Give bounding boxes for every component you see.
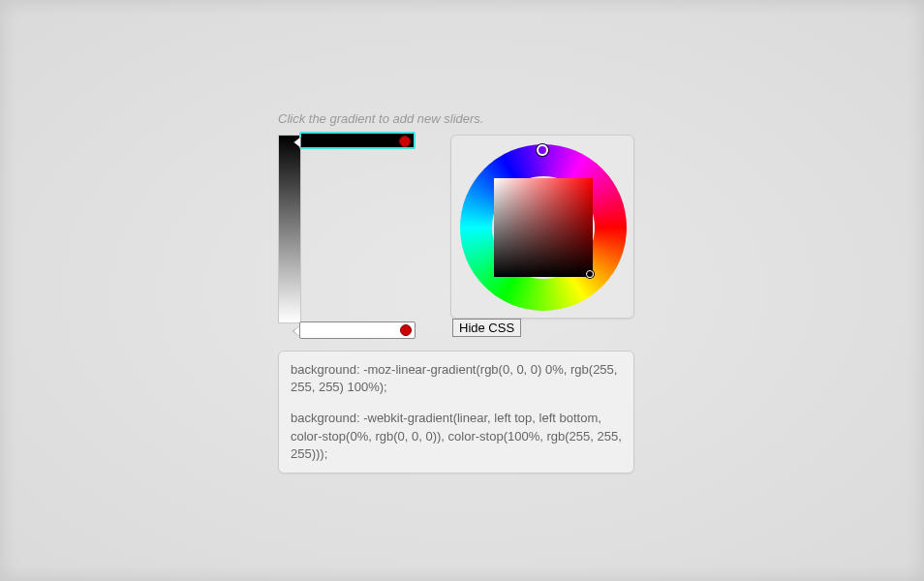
css-webkit-line: background: -webkit-gradient(linear, lef… (291, 410, 622, 463)
css-moz-line: background: -moz-linear-gradient(rgb(0, … (291, 361, 622, 396)
slider-arrow-icon (293, 137, 301, 148)
slider-arrow-inner (293, 326, 299, 336)
color-picker-panel (450, 135, 634, 319)
slider-delete-button[interactable] (400, 324, 412, 336)
gradient-stop-slider-1[interactable] (299, 321, 416, 339)
gradient-panel (278, 132, 443, 345)
slider-arrow-inner (294, 138, 300, 147)
gradient-stop-slider-0[interactable] (299, 132, 416, 149)
gradient-preview-bar[interactable] (278, 135, 301, 323)
slider-delete-button[interactable] (399, 136, 411, 147)
css-output-panel: background: -moz-linear-gradient(rgb(0, … (278, 351, 634, 474)
hue-marker-icon[interactable] (537, 144, 548, 156)
toggle-css-button[interactable]: Hide CSS (452, 319, 521, 337)
editor-row (278, 132, 634, 345)
slider-arrow-icon (293, 325, 300, 337)
instruction-text: Click the gradient to add new sliders. (278, 111, 634, 126)
saturation-value-square[interactable] (494, 178, 593, 277)
sv-marker-icon[interactable] (586, 270, 594, 278)
